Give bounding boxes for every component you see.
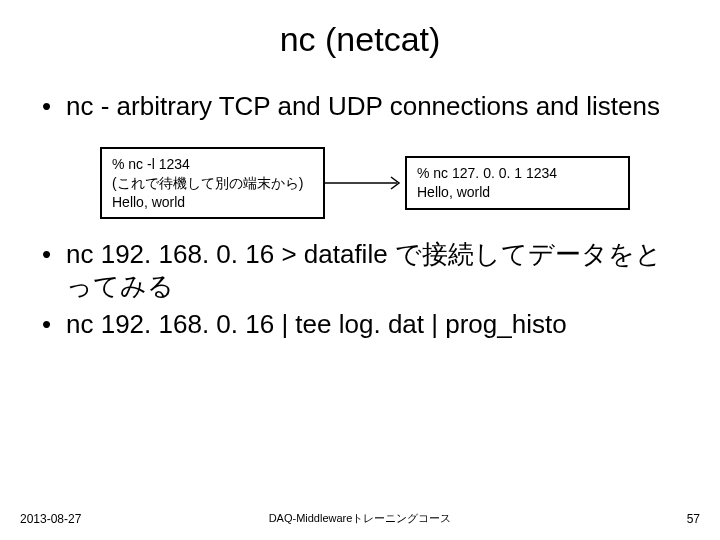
- slide: nc (netcat) nc - arbitrary TCP and UDP c…: [0, 0, 720, 540]
- left-box-line-1: % nc -l 1234: [112, 155, 313, 174]
- footer-page: 57: [687, 512, 700, 526]
- bullet-2-text: nc 192. 168. 0. 16 > datafile で接続してデータをと…: [66, 239, 678, 302]
- left-terminal-box: % nc -l 1234 (これで待機して別の端末から) Hello, worl…: [100, 147, 325, 220]
- slide-title: nc (netcat): [0, 0, 720, 59]
- footer-date: 2013-08-27: [20, 512, 81, 526]
- arrow-connector: [325, 173, 405, 193]
- left-box-line-2: (これで待機して別の端末から): [112, 174, 313, 193]
- left-box-line-3: Hello, world: [112, 193, 313, 212]
- right-box-line-2: Hello, world: [417, 183, 618, 202]
- example-row: % nc -l 1234 (これで待機して別の端末から) Hello, worl…: [100, 147, 678, 220]
- footer-center: DAQ-Middlewareトレーニングコース: [0, 511, 720, 526]
- bullet-3-text: nc 192. 168. 0. 16 | tee log. dat | prog…: [66, 309, 567, 341]
- arrow-icon: [325, 173, 405, 193]
- bullet-2: nc 192. 168. 0. 16 > datafile で接続してデータをと…: [42, 239, 678, 302]
- bullet-3: nc 192. 168. 0. 16 | tee log. dat | prog…: [42, 309, 678, 341]
- right-terminal-box: % nc 127. 0. 0. 1 1234 Hello, world: [405, 156, 630, 210]
- bullet-list: nc - arbitrary TCP and UDP connections a…: [42, 91, 678, 123]
- right-box-line-1: % nc 127. 0. 0. 1 1234: [417, 164, 618, 183]
- slide-body: nc - arbitrary TCP and UDP connections a…: [0, 59, 720, 341]
- bullet-list-2: nc 192. 168. 0. 16 > datafile で接続してデータをと…: [42, 239, 678, 340]
- bullet-1-text: nc - arbitrary TCP and UDP connections a…: [66, 91, 660, 123]
- bullet-1: nc - arbitrary TCP and UDP connections a…: [42, 91, 678, 123]
